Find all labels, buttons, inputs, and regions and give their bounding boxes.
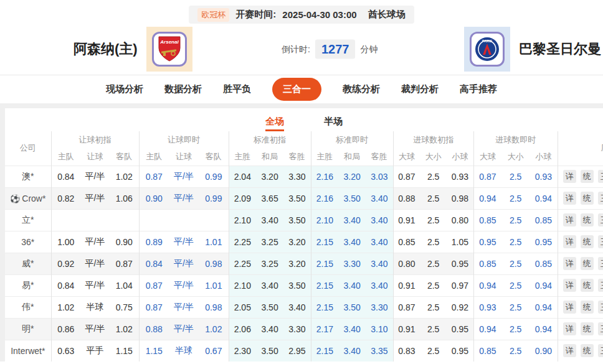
countdown: 倒计时: 1277 分钟 bbox=[282, 40, 377, 59]
tab-coach-analysis[interactable]: 教练分析 bbox=[343, 83, 380, 95]
odds-cell-goals_initial: 2.5 bbox=[420, 187, 447, 209]
odds-cell-goals_initial: 0.91 bbox=[393, 209, 420, 231]
subtab-half-time[interactable]: 半场 bbox=[324, 116, 343, 131]
tab-three-in-one[interactable]: 三合一 bbox=[272, 78, 321, 101]
subcol-header: 客队 bbox=[110, 148, 139, 166]
company-cell[interactable]: 威* bbox=[5, 253, 51, 274]
history-extra-button[interactable]: 三 bbox=[598, 235, 603, 248]
col-group-standard-initial: 标准初指 bbox=[229, 131, 311, 148]
history-extra-button[interactable]: 三 bbox=[598, 279, 603, 292]
history-stats-button[interactable]: 统 bbox=[581, 257, 594, 270]
odds-cell-std_live: 3.40 bbox=[366, 274, 393, 296]
history-stats-button[interactable]: 统 bbox=[581, 192, 594, 205]
company-cell[interactable]: 伟* bbox=[5, 296, 51, 318]
company-cell[interactable]: ⚽Crow* bbox=[5, 187, 51, 209]
odds-cell-handicap_live: 平/半 bbox=[169, 231, 199, 253]
history-detail-button[interactable]: 详 bbox=[563, 235, 576, 248]
odds-cell-handicap_live bbox=[169, 209, 199, 231]
odds-cell-handicap_live: 0.88 bbox=[139, 318, 169, 340]
subcol-header: 客胜 bbox=[366, 148, 393, 166]
company-cell[interactable]: 36* bbox=[5, 231, 51, 253]
history-extra-button[interactable]: 三 bbox=[598, 192, 603, 205]
odds-cell-std_live: 3.50 bbox=[338, 187, 366, 209]
subcol-header: 让球 bbox=[80, 148, 110, 166]
history-stats-button[interactable]: 统 bbox=[581, 344, 594, 357]
odds-cell-std_live: 2.15 bbox=[311, 231, 338, 253]
history-detail-button[interactable]: 详 bbox=[563, 192, 576, 205]
tab-referee-analysis[interactable]: 裁判分析 bbox=[401, 83, 439, 95]
psg-crest-icon: PARIS bbox=[470, 32, 505, 67]
odds-cell-goals_live: 0.85 bbox=[529, 253, 558, 274]
history-extra-button[interactable]: 三 bbox=[598, 257, 603, 270]
company-cell[interactable]: 明* bbox=[5, 318, 51, 340]
odds-cell-std_live: 2.15 bbox=[311, 296, 338, 318]
odds-cell-handicap_initial: 平/半 bbox=[80, 274, 110, 296]
odds-cell-handicap_initial: 1.02 bbox=[110, 166, 139, 187]
odds-cell-std_live: 3.40 bbox=[338, 209, 366, 231]
odds-cell-std_live: 2.15 bbox=[311, 274, 338, 296]
odds-cell-goals_live: 2.5 bbox=[501, 231, 529, 253]
odds-cell-goals_initial: 0.95 bbox=[447, 318, 473, 340]
content-area: 全场 半场 公司 让球初指 让球即时 标准初指 标准即时 bbox=[0, 103, 603, 362]
subcol-header: 小球 bbox=[529, 148, 558, 166]
company-cell[interactable]: 易* bbox=[5, 274, 51, 296]
history-extra-button[interactable]: 三 bbox=[598, 344, 603, 357]
company-cell[interactable]: 澳* bbox=[5, 166, 51, 187]
history-detail-button[interactable]: 详 bbox=[563, 322, 576, 335]
odds-cell-goals_live: 0.94 bbox=[529, 318, 558, 340]
history-cell: 详统三 bbox=[558, 166, 603, 187]
history-detail-button[interactable]: 详 bbox=[563, 213, 576, 226]
odds-cell-goals_live: 2.5 bbox=[501, 187, 529, 209]
history-extra-button[interactable]: 三 bbox=[598, 322, 603, 335]
odds-cell-handicap_live: 平/半 bbox=[169, 187, 199, 209]
odds-cell-goals_initial: 2.5 bbox=[420, 209, 447, 231]
history-stats-button[interactable]: 统 bbox=[581, 170, 594, 183]
odds-table: 公司 让球初指 让球即时 标准初指 标准即时 进球数初指 进球数即时 历史 主队… bbox=[5, 131, 603, 362]
odds-cell-std_initial: 2.05 bbox=[229, 296, 256, 318]
history-detail-button[interactable]: 详 bbox=[563, 344, 576, 357]
history-stats-button[interactable]: 统 bbox=[581, 213, 594, 226]
odds-cell-handicap_initial: 平/半 bbox=[80, 166, 110, 187]
history-detail-button[interactable]: 详 bbox=[563, 279, 576, 292]
odds-cell-handicap_initial: 平/半 bbox=[80, 318, 110, 340]
history-stats-button[interactable]: 统 bbox=[581, 235, 594, 248]
venue: 酋长球场 bbox=[368, 9, 406, 21]
odds-cell-std_live: 3.40 bbox=[366, 253, 393, 274]
tab-data-analysis[interactable]: 数据分析 bbox=[164, 83, 202, 95]
odds-cell-std_initial: 2.95 bbox=[283, 340, 311, 362]
company-cell[interactable]: Interwet* bbox=[5, 340, 51, 362]
subcol-header: 客胜 bbox=[283, 148, 311, 166]
odds-cell-handicap_initial: 1.04 bbox=[110, 274, 139, 296]
tab-live-analysis[interactable]: 现场分析 bbox=[106, 83, 143, 95]
odds-cell-goals_live: 0.95 bbox=[473, 231, 501, 253]
history-detail-button[interactable]: 详 bbox=[563, 301, 576, 314]
odds-cell-std_live: 2.15 bbox=[311, 340, 338, 362]
company-cell[interactable]: 立* bbox=[5, 209, 51, 231]
history-extra-button[interactable]: 三 bbox=[598, 301, 603, 314]
home-team-logo-tile: Arsenal bbox=[146, 27, 192, 72]
subcol-header: 大小 bbox=[420, 148, 447, 166]
history-detail-button[interactable]: 详 bbox=[563, 170, 576, 183]
odds-cell-std_live: 2.10 bbox=[311, 209, 338, 231]
history-stats-button[interactable]: 统 bbox=[581, 322, 594, 335]
odds-row: 立*2.103.403.502.103.403.400.912.50.800.8… bbox=[5, 209, 603, 231]
history-extra-button[interactable]: 三 bbox=[598, 170, 603, 183]
odds-cell-handicap_live: 0.90 bbox=[139, 187, 169, 209]
history-detail-button[interactable]: 详 bbox=[563, 257, 576, 270]
subcol-header: 和局 bbox=[338, 148, 366, 166]
subtab-full-time[interactable]: 全场 bbox=[265, 116, 284, 131]
odds-cell-goals_live: 0.95 bbox=[529, 231, 558, 253]
tab-win-draw-lose[interactable]: 胜平负 bbox=[223, 83, 251, 95]
tab-expert-picks[interactable]: 高手推荐 bbox=[460, 83, 497, 95]
odds-cell-handicap_live: 0.87 bbox=[139, 166, 169, 187]
odds-cell-goals_initial: 2.5 bbox=[420, 253, 447, 274]
col-header-company: 公司 bbox=[5, 131, 51, 166]
history-stats-button[interactable]: 统 bbox=[581, 301, 594, 314]
odds-cell-handicap_live bbox=[199, 209, 229, 231]
odds-cell-goals_initial: 1.05 bbox=[447, 231, 473, 253]
odds-cell-handicap_live: 0.99 bbox=[199, 187, 229, 209]
odds-cell-goals_initial: 0.92 bbox=[447, 296, 473, 318]
odds-cell-goals_initial: 2.5 bbox=[420, 296, 447, 318]
history-stats-button[interactable]: 统 bbox=[581, 279, 594, 292]
history-extra-button[interactable]: 三 bbox=[598, 213, 603, 226]
